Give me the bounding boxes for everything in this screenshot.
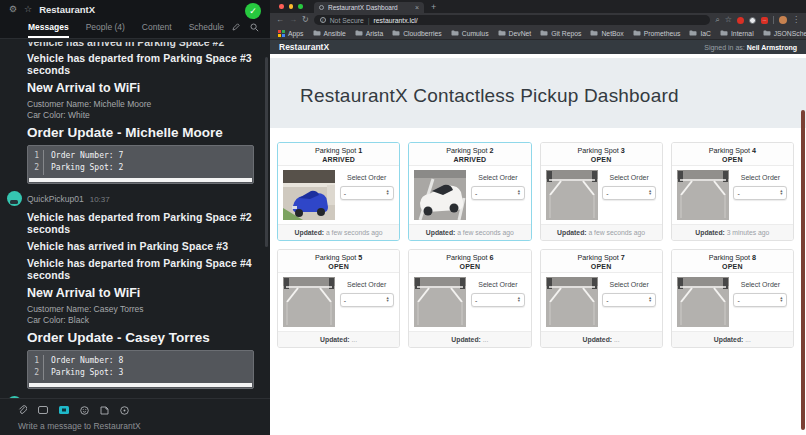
bot-avatar[interactable] bbox=[7, 191, 22, 206]
bookmark-netbox[interactable]: NetBox bbox=[590, 30, 623, 37]
chat-titlebar: ⚙ ☆ RestaurantX ✓ bbox=[0, 0, 270, 16]
extension-icon[interactable]: ⋯ bbox=[761, 17, 768, 24]
window-minimize-button[interactable] bbox=[289, 4, 294, 9]
order-select[interactable]: -▲▼ bbox=[340, 186, 394, 200]
more-apps-icon[interactable] bbox=[120, 406, 129, 415]
select-order-label: Select Order bbox=[602, 174, 657, 181]
chat-message-heading: New Arrival to WiFi bbox=[27, 81, 254, 95]
bookmark-internal[interactable]: Internal bbox=[720, 30, 754, 37]
gif-icon[interactable] bbox=[59, 406, 69, 414]
window-close-button[interactable] bbox=[279, 4, 284, 9]
tab-people-4-[interactable]: People (4) bbox=[86, 16, 125, 38]
spot-number: 1 bbox=[358, 146, 362, 155]
site-navbar: RestaurantX Signed in as: Neil Armstrong bbox=[270, 40, 806, 54]
bookmark-label: IaC bbox=[700, 30, 711, 37]
window-zoom-button[interactable] bbox=[298, 4, 303, 9]
folder-icon bbox=[590, 30, 598, 36]
spot-card-header: Parking Spot 1ARRIVED bbox=[278, 143, 399, 166]
code-line-text: Parking Spot: 2 bbox=[51, 162, 123, 174]
signed-in-status: Signed in as: Neil Armstrong bbox=[704, 44, 797, 51]
site-brand[interactable]: RestaurantX bbox=[279, 42, 329, 52]
spot-updated-footer: Updated: ... bbox=[409, 331, 530, 347]
bookmark-git-repos[interactable]: Git Repos bbox=[540, 30, 581, 37]
address-bar[interactable]: i Not Secure | restaurantx.lcl/ bbox=[314, 15, 711, 25]
bookmark-cumulus[interactable]: Cumulus bbox=[451, 30, 489, 37]
page-scrollbar[interactable] bbox=[801, 110, 805, 430]
chat-message: Vehicle has departed from Parking Space … bbox=[27, 257, 254, 281]
message-feed[interactable]: Vehicle has arrived in Parking Space #2V… bbox=[0, 39, 270, 398]
new-tab-button[interactable]: + bbox=[431, 3, 436, 13]
bookmarks-bar: AppsAnsibleAristaCloudberriesCumulusDevN… bbox=[270, 27, 806, 40]
spot-card-header: Parking Spot 8OPEN bbox=[672, 250, 793, 273]
chat-message-text: Vehicle has arrived in Parking Space #2 bbox=[27, 42, 254, 48]
file-card-icon[interactable] bbox=[100, 406, 109, 415]
composer-toolbar bbox=[18, 404, 256, 416]
bot-avatar[interactable] bbox=[7, 396, 22, 398]
tab-schedule[interactable]: Schedule bbox=[189, 16, 224, 38]
code-scrollbar[interactable] bbox=[29, 178, 252, 182]
emoji-icon[interactable] bbox=[80, 406, 89, 415]
favorite-star-icon[interactable]: ☆ bbox=[24, 5, 32, 14]
bookmark-star-icon[interactable]: ☆ bbox=[725, 16, 732, 24]
code-scrollbar[interactable] bbox=[29, 383, 252, 387]
select-stepper-icon: ▲▼ bbox=[386, 190, 390, 197]
search-icon[interactable] bbox=[250, 23, 259, 32]
settings-gear-icon[interactable]: ⚙ bbox=[9, 5, 17, 14]
profile-avatar[interactable] bbox=[779, 16, 787, 24]
chat-scrollbar[interactable] bbox=[265, 57, 268, 247]
select-stepper-icon: ▲▼ bbox=[780, 297, 784, 304]
extension-icon[interactable] bbox=[737, 17, 744, 24]
bookmark-jsonschema[interactable]: JSONSchema bbox=[763, 30, 806, 37]
order-select-area: Select Order-▲▼ bbox=[733, 277, 788, 307]
reload-button[interactable]: ↻ bbox=[302, 16, 309, 24]
code-snippet[interactable]: 1Order Number: 72Parking Spot: 2 bbox=[27, 145, 254, 184]
order-select[interactable]: -▲▼ bbox=[471, 186, 525, 200]
site-info-icon[interactable]: i bbox=[320, 17, 326, 23]
spot-card-body: Select Order-▲▼ bbox=[672, 166, 793, 224]
spot-card-header: Parking Spot 3OPEN bbox=[541, 143, 662, 166]
parking-spot-grid: Parking Spot 1ARRIVEDSelect Order-▲▼Upda… bbox=[277, 142, 794, 348]
tab-close-icon[interactable]: × bbox=[415, 4, 419, 11]
chat-message: Vehicle has arrived in Parking Space #3 bbox=[27, 240, 254, 252]
attachment-icon[interactable] bbox=[18, 405, 27, 415]
select-order-label: Select Order bbox=[733, 281, 788, 288]
order-select[interactable]: -▲▼ bbox=[602, 186, 656, 200]
bookmark-prometheus[interactable]: Prometheus bbox=[633, 30, 681, 37]
spot-number: 7 bbox=[621, 253, 625, 262]
bookmark-devnet[interactable]: DevNet bbox=[498, 30, 532, 37]
order-select-area: Select Order-▲▼ bbox=[339, 277, 394, 307]
back-button[interactable]: ← bbox=[276, 16, 284, 24]
order-select[interactable]: -▲▼ bbox=[602, 293, 656, 307]
order-select[interactable]: -▲▼ bbox=[471, 293, 525, 307]
select-stepper-icon: ▲▼ bbox=[386, 297, 390, 304]
tab-content[interactable]: Content bbox=[142, 16, 172, 38]
security-label: Not Secure bbox=[330, 17, 364, 24]
order-select[interactable]: -▲▼ bbox=[733, 186, 787, 200]
search-tabs-icon[interactable]: ⌕ bbox=[715, 16, 719, 24]
parking-spot-card-5: Parking Spot 5OPENSelect Order-▲▼Updated… bbox=[277, 249, 400, 348]
select-order-label: Select Order bbox=[602, 281, 657, 288]
bookmark-arista[interactable]: Arista bbox=[355, 30, 383, 37]
message-input[interactable]: Write a message to RestaurantX bbox=[18, 421, 256, 431]
order-select[interactable]: -▲▼ bbox=[340, 293, 394, 307]
spot-card-body: Select Order-▲▼ bbox=[409, 273, 530, 331]
screen-share-icon[interactable] bbox=[38, 406, 48, 414]
bookmark-apps[interactable]: Apps bbox=[278, 30, 304, 37]
browser-tab[interactable]: RestaurantX Dashboard × bbox=[314, 2, 424, 13]
order-select[interactable]: -▲▼ bbox=[733, 293, 787, 307]
sender-name[interactable]: QuickPickup01 bbox=[27, 194, 84, 204]
spot-card-body: Select Order-▲▼ bbox=[409, 166, 530, 224]
code-line-number: 1 bbox=[28, 150, 44, 162]
forward-button[interactable]: → bbox=[289, 16, 297, 24]
compose-icon[interactable] bbox=[232, 23, 240, 31]
space-avatar[interactable]: ✓ bbox=[245, 3, 261, 19]
tab-messages[interactable]: Messages bbox=[28, 16, 69, 38]
bookmark-ansible[interactable]: Ansible bbox=[313, 30, 346, 37]
browser-menu-icon[interactable]: ⋮ bbox=[792, 16, 800, 24]
select-order-label: Select Order bbox=[470, 174, 525, 181]
bookmark-cloudberries[interactable]: Cloudberries bbox=[392, 30, 442, 37]
url-text: restaurantx.lcl/ bbox=[374, 17, 418, 24]
code-snippet[interactable]: 1Order Number: 82Parking Spot: 3 bbox=[27, 350, 254, 389]
extension-icon[interactable] bbox=[749, 17, 756, 24]
bookmark-iac[interactable]: IaC bbox=[689, 30, 711, 37]
